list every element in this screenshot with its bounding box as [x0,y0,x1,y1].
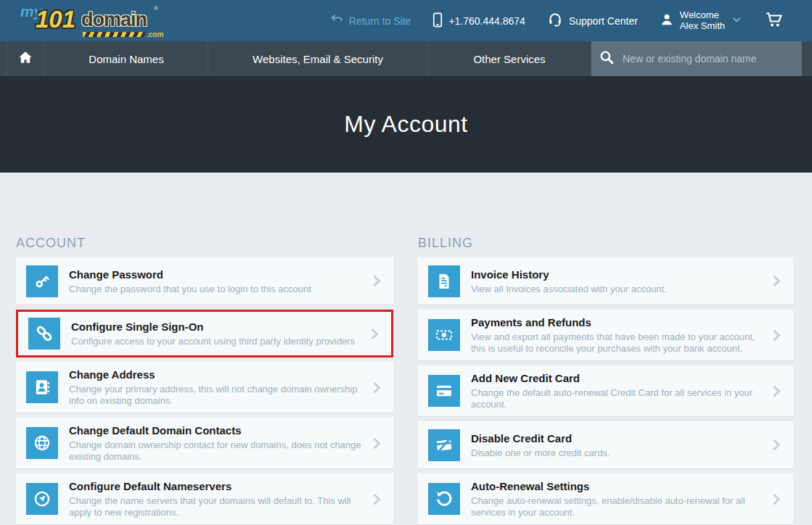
account-section-header: ACCOUNT [16,236,393,257]
domain-search-box [591,41,802,76]
nav-item-other-services[interactable]: Other Services [428,41,591,76]
top-bar: my 101 domain ® .com Return to Site +1.7… [0,0,812,41]
item-title: Configure Single Sign-On [71,320,361,334]
search-icon [599,49,615,68]
credit-card-icon [428,375,460,407]
item-desc: Change auto-renewal settings, enable/dis… [471,495,763,518]
chevron-right-icon [369,276,381,287]
key-icon [26,265,58,297]
logo-registered-mark: ® [154,5,158,12]
address-book-icon [26,371,58,403]
billing-section-header: BILLING [418,236,793,257]
invoice-icon [428,265,460,297]
item-title: Payments and Refunds [471,315,763,330]
top-menu: Return to Site +1.760.444.8674 Suppo [330,0,784,41]
item-desc: Configure access to your account using t… [71,336,361,347]
chevron-right-icon [369,437,381,449]
item-payments-and-refunds[interactable]: Payments and Refunds View and export all… [418,310,793,361]
compass-icon [26,483,58,515]
chevron-right-icon [769,493,781,505]
chevron-down-icon [731,14,742,28]
item-change-default-domain-contacts[interactable]: Change Default Domain Contacts Change do… [16,418,393,469]
cart-button[interactable] [764,11,784,30]
chevron-right-icon [769,385,781,397]
page-title: My Account [344,111,467,138]
item-change-password[interactable]: Change Password Change the password that… [16,257,393,305]
item-desc: Disable one or more credit cards. [471,447,763,459]
item-invoice-history[interactable]: Invoice History View all Invoices associ… [418,257,793,305]
main-nav: Domain Names Websites, Email & Security … [0,41,812,76]
return-arrow-icon [330,13,343,28]
chevron-right-icon [769,276,781,287]
return-to-site-link[interactable]: Return to Site [330,13,411,28]
support-center-link[interactable]: Support Center [547,12,638,30]
item-configure-default-nameservers[interactable]: Configure Default Nameservers Change the… [16,474,393,525]
item-desc: Change domain ownership contact for new … [69,439,364,463]
renew-icon [428,483,460,515]
item-desc: View all Invoices associated with your a… [471,284,763,295]
logo-101-text: 101 [36,6,75,33]
user-icon [660,12,674,29]
welcome-text: Welcome Alex Smith [680,10,725,32]
item-title: Invoice History [471,268,763,282]
item-title: Auto-Renewal Settings [471,479,763,494]
item-desc: Change the default auto-renewal Credit C… [471,387,763,410]
headset-icon [547,12,563,30]
chevron-right-icon [769,329,781,341]
item-title: Disable Credit Card [471,431,763,446]
logo-domain-text: domain [81,9,147,31]
logo-com-text: .com [147,30,163,38]
phone-contact[interactable]: +1.760.444.8674 [432,12,525,30]
item-auto-renewal-settings[interactable]: Auto-Renewal Settings Change auto-renewa… [418,474,793,525]
chevron-right-icon [369,381,381,393]
billing-section: BILLING Invoice History View all Invoice… [418,236,793,525]
item-desc: Change the password that you use to logi… [69,284,364,295]
item-title: Add New Credit Card [471,371,763,386]
item-change-address[interactable]: Change Address Change your primary addre… [16,362,393,413]
chevron-right-icon [769,439,781,451]
item-disable-credit-card[interactable]: Disable Credit Card Disable one or more … [418,421,793,469]
item-desc: Change your primary address, this will n… [69,384,364,407]
item-add-new-credit-card[interactable]: Add New Credit Card Change the default a… [418,365,793,417]
nav-item-websites-email-security[interactable]: Websites, Email & Security [208,41,428,76]
money-icon [428,319,460,351]
cart-icon [764,11,784,30]
phone-icon [432,12,443,30]
logo-hazard-stripes [83,32,145,37]
disable-card-icon [428,429,460,461]
nav-home-button[interactable] [7,41,44,76]
account-section: ACCOUNT Change Password Change the passw… [16,236,393,525]
home-icon [17,50,33,67]
item-title: Change Address [69,368,364,382]
globe-icon [26,427,58,459]
search-input[interactable] [621,52,790,65]
hero-banner: My Account [0,76,812,173]
item-desc: Change the name servers that your domain… [69,495,364,518]
user-menu[interactable]: Welcome Alex Smith [660,10,742,32]
nav-item-domain-names[interactable]: Domain Names [45,41,208,76]
item-title: Change Default Domain Contacts [69,423,364,438]
item-desc: View and export all payments that have b… [471,331,763,355]
item-title: Change Password [69,268,364,282]
content-area: ACCOUNT Change Password Change the passw… [0,173,812,525]
item-title: Configure Default Nameservers [69,479,364,494]
chevron-right-icon [369,493,381,505]
link-icon [28,318,60,350]
site-logo[interactable]: my 101 domain ® .com [20,2,158,40]
chevron-right-icon [367,328,379,339]
item-configure-single-sign-on[interactable]: Configure Single Sign-On Configure acces… [16,310,393,357]
